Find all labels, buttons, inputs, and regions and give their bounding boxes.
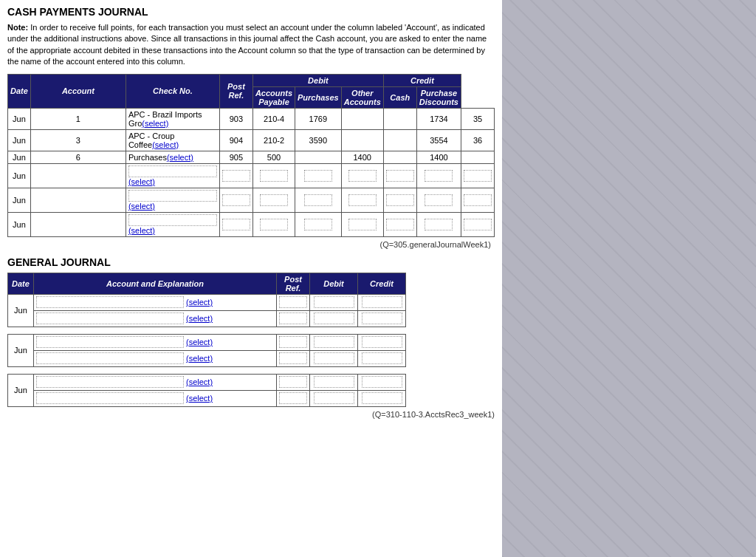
gj-g1-r1-credit-input[interactable] xyxy=(362,296,402,308)
gj-g2-r1-credit-input[interactable] xyxy=(362,336,402,348)
row6-month: Jun xyxy=(8,212,31,236)
gj-g3-r1-select-link[interactable]: (select) xyxy=(186,377,213,386)
table-row: Jun (select) xyxy=(8,163,495,188)
row4-cash xyxy=(416,163,461,188)
row1-select-link[interactable]: (select) xyxy=(142,119,168,128)
gj-g3-r1-credit-input[interactable] xyxy=(362,376,402,388)
gj-g2-r1-post-input[interactable] xyxy=(279,336,307,348)
row4-day xyxy=(30,163,126,188)
gj-g2-r2-credit xyxy=(358,350,406,366)
gj-g1-r1-select-link[interactable]: (select) xyxy=(186,298,213,307)
gj-g3-month: Jun xyxy=(8,374,34,406)
gj-g3-r2-account-input[interactable] xyxy=(36,392,184,404)
gj-g1-r1-debit xyxy=(310,294,358,310)
row5-account-input[interactable] xyxy=(128,190,217,202)
gj-g2-r1-debit-input[interactable] xyxy=(314,336,354,348)
gj-g3-r1-credit xyxy=(358,374,406,390)
gj-g3-r1-post-input[interactable] xyxy=(279,376,307,388)
row5-purchases-input[interactable] xyxy=(348,194,377,206)
row4-postref-input[interactable] xyxy=(260,170,288,182)
row4-other-input[interactable] xyxy=(386,170,414,182)
row4-acctpay-input[interactable] xyxy=(304,170,332,182)
row4-account-input[interactable] xyxy=(128,165,217,177)
gj-g1-r2-credit-input[interactable] xyxy=(362,312,402,324)
gj-g3-r1-account-input[interactable] xyxy=(36,376,184,388)
gj-g2-r2-debit-input[interactable] xyxy=(314,352,354,364)
header-date: Date xyxy=(8,74,31,108)
gj-g1-r2-select-link[interactable]: (select) xyxy=(186,314,213,323)
gj-g1-r1-post-input[interactable] xyxy=(279,296,307,308)
row6-select-link[interactable]: (select) xyxy=(128,226,155,235)
gj-g1-r1-account-input[interactable] xyxy=(36,296,184,308)
gj-g3-r2-select-link[interactable]: (select) xyxy=(186,394,213,403)
row6-other xyxy=(383,212,416,236)
gj-g2-r1-credit xyxy=(358,334,406,350)
header-cash: Cash xyxy=(383,86,416,108)
row4-purchases xyxy=(341,163,383,188)
row5-check-input[interactable] xyxy=(222,194,250,206)
gj-g2-r2-credit-input[interactable] xyxy=(362,352,402,364)
row6-cash-input[interactable] xyxy=(425,219,453,230)
gj-row: (select) xyxy=(8,390,406,406)
gj-g2-r2-select-link[interactable]: (select) xyxy=(186,354,213,363)
row1-day: 1 xyxy=(30,108,126,129)
row6-purchases xyxy=(341,212,383,236)
row6-purdisc-input[interactable] xyxy=(464,219,492,230)
row5-acctpay-input[interactable] xyxy=(304,194,332,206)
gj-g3-r1-post xyxy=(277,374,310,390)
note-content: In order to receive full points, for eac… xyxy=(7,23,487,66)
table-row: Jun 6 Purchases(select) 905 500 1400 140… xyxy=(8,151,495,163)
gj-row: Jun (select) xyxy=(8,294,406,310)
gj-g2-r1-select-link[interactable]: (select) xyxy=(186,338,213,346)
header-debit: Debit xyxy=(252,74,383,86)
gj-g1-r2-debit-input[interactable] xyxy=(314,312,354,324)
gj-g2-r1-debit xyxy=(310,334,358,350)
row6-acctpay-input[interactable] xyxy=(304,219,332,230)
row5-purdisc-input[interactable] xyxy=(464,194,492,206)
row5-check xyxy=(219,188,252,212)
row6-postref xyxy=(252,212,295,236)
row5-postref-input[interactable] xyxy=(260,194,288,206)
gj-g3-r2-debit-input[interactable] xyxy=(314,392,354,404)
gj-g1-r2-post-input[interactable] xyxy=(279,312,307,324)
row5-select-link[interactable]: (select) xyxy=(128,202,155,211)
row6-purchases-input[interactable] xyxy=(348,219,377,230)
gj-g3-r2-credit xyxy=(358,390,406,406)
row5-cash-input[interactable] xyxy=(425,194,453,206)
row2-select-link[interactable]: (select) xyxy=(152,140,179,149)
row4-select-link[interactable]: (select) xyxy=(128,177,155,186)
row6-check-input[interactable] xyxy=(222,219,250,230)
gj-g1-r1-debit-input[interactable] xyxy=(314,296,354,308)
gj-g2-r2-post-input[interactable] xyxy=(279,352,307,364)
row6-account-input[interactable] xyxy=(128,214,217,226)
row3-other xyxy=(383,151,416,163)
gj-g3-r2-credit-input[interactable] xyxy=(362,392,402,404)
row2-check: 904 xyxy=(219,129,252,151)
gj-header-post: Post Ref. xyxy=(277,273,310,294)
row5-other-input[interactable] xyxy=(386,194,414,206)
row1-acctpay: 1769 xyxy=(295,108,342,129)
row6-other-input[interactable] xyxy=(386,219,414,230)
gj-row: Jun (select) xyxy=(8,374,406,390)
gj-g3-r2-post xyxy=(277,390,310,406)
right-panel xyxy=(502,0,756,557)
gj-g2-r2-account-input[interactable] xyxy=(36,352,184,364)
gj-g3-r1-debit-input[interactable] xyxy=(314,376,354,388)
row6-postref-input[interactable] xyxy=(260,219,288,230)
cash-payments-table: Date Account Check No. Post Ref. Debit C… xyxy=(7,74,495,237)
row3-purdisc xyxy=(461,151,495,163)
row3-select-link[interactable]: (select) xyxy=(167,153,193,162)
gj-g3-r2-post-input[interactable] xyxy=(279,392,307,404)
row5-cash xyxy=(416,188,461,212)
row4-cash-input[interactable] xyxy=(425,170,453,182)
row2-day: 3 xyxy=(30,129,126,151)
row6-account-cell: (select) xyxy=(126,212,219,236)
gj-g2-r1-account-input[interactable] xyxy=(36,336,184,348)
table-row: Jun 1 APC - Brazil Imports Gro(select) 9… xyxy=(8,108,495,129)
row3-day: 6 xyxy=(30,151,126,163)
gj-g1-r2-account-input[interactable] xyxy=(36,312,184,324)
row3-purchases: 1400 xyxy=(341,151,383,163)
row4-purdisc-input[interactable] xyxy=(464,170,492,182)
row4-check-input[interactable] xyxy=(222,170,250,182)
row4-purchases-input[interactable] xyxy=(348,170,377,182)
